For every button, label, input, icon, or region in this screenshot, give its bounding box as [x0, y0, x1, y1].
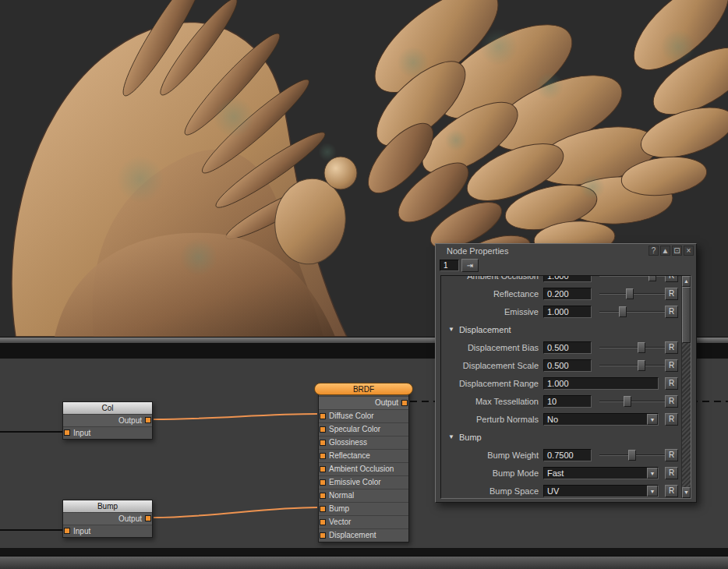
input-connector[interactable]	[320, 519, 326, 525]
output-connector[interactable]	[145, 515, 151, 521]
chevron-down-icon[interactable]: ▼	[647, 486, 658, 497]
close-icon[interactable]: ×	[684, 246, 694, 256]
section-header-bump[interactable]: ▼ Bump	[441, 428, 681, 446]
dropdown-value: Fast	[547, 468, 564, 478]
node-brdf-input-normal: Normal	[319, 489, 408, 502]
reset-button[interactable]: R	[665, 306, 678, 318]
prop-dropdown[interactable]: No ▼	[543, 413, 659, 426]
application-window: Col Output Input Bump Output Input BRDF …	[0, 0, 728, 569]
prop-value-field[interactable]: 0.500	[543, 341, 592, 354]
prop-slider[interactable]	[599, 275, 665, 281]
reset-button[interactable]: R	[665, 377, 678, 390]
prop-value-field[interactable]: 0.500	[543, 359, 592, 372]
reset-button[interactable]: R	[665, 449, 678, 461]
section-header-displacement[interactable]: ▼ Displacement	[441, 320, 681, 338]
input-connector[interactable]	[64, 429, 70, 436]
prop-slider[interactable]	[599, 342, 665, 353]
scrollbar-track[interactable]	[682, 343, 691, 487]
reset-button[interactable]: R	[665, 275, 678, 282]
input-label: Input	[73, 527, 90, 535]
shade-icon[interactable]: ▲	[660, 246, 670, 256]
edit-node-button[interactable]: ⇥	[461, 259, 479, 272]
node-brdf-title[interactable]: BRDF	[314, 383, 413, 395]
prop-row-bump-space: Bump Space UV ▼ R	[441, 482, 681, 499]
reset-button[interactable]: R	[665, 341, 678, 354]
prop-label: Max Tessellation	[444, 397, 543, 406]
prop-dropdown[interactable]: Fast ▼	[543, 467, 659, 479]
panel-title: Node Properties	[447, 246, 647, 256]
scrollbar-thumb[interactable]	[682, 287, 691, 343]
prop-label: Perturb Normals	[444, 415, 543, 424]
node-bump-title[interactable]: Bump	[63, 500, 152, 512]
prop-slider[interactable]	[599, 360, 665, 371]
slider-handle[interactable]	[626, 288, 634, 299]
panel-titlebar[interactable]: Node Properties ? ▲ ⊡ ×	[436, 244, 696, 256]
prop-row-displacement-scale: Displacement Scale 0.500 R	[441, 356, 681, 374]
input-connector[interactable]	[320, 532, 326, 539]
reset-button[interactable]: R	[665, 485, 678, 497]
prop-row-bump-mode: Bump Mode Fast ▼ R	[441, 464, 681, 482]
slider-handle[interactable]	[638, 342, 645, 353]
prop-value-field[interactable]: 0.7500	[543, 449, 592, 461]
reset-button[interactable]: R	[665, 395, 678, 408]
slider-handle[interactable]	[638, 360, 645, 371]
prop-value-field[interactable]: 1.000	[543, 306, 592, 318]
slider-groove	[599, 347, 665, 348]
output-connector[interactable]	[401, 400, 408, 406]
help-icon[interactable]: ?	[648, 246, 659, 256]
chevron-down-icon[interactable]: ▼	[647, 414, 658, 425]
input-label: Emissive Color	[329, 478, 381, 486]
node-col[interactable]: Col Output Input	[62, 401, 153, 440]
slider-handle[interactable]	[624, 396, 631, 407]
section-label: Bump	[459, 433, 482, 442]
scroll-down-icon[interactable]: ▼	[682, 487, 691, 498]
prop-value-field[interactable]: 1.000	[543, 377, 659, 390]
bottom-divider[interactable]	[0, 556, 728, 569]
prop-slider[interactable]	[599, 450, 665, 461]
slider-handle[interactable]	[648, 275, 656, 281]
input-connector[interactable]	[320, 413, 326, 419]
input-connector[interactable]	[320, 479, 326, 486]
prop-label: Ambient Occlusion	[444, 275, 543, 281]
node-bump[interactable]: Bump Output Input	[62, 500, 153, 538]
node-name-field[interactable]: 1	[440, 260, 459, 271]
node-brdf[interactable]: BRDF Output Diffuse Color Specular Color…	[318, 383, 409, 542]
input-label: Reflectance	[329, 451, 370, 460]
node-brdf-input-diffuse-color: Diffuse Color	[319, 409, 408, 422]
prop-slider[interactable]	[599, 396, 665, 407]
input-label: Diffuse Color	[329, 412, 374, 420]
slider-groove	[599, 311, 665, 313]
input-connector[interactable]	[320, 466, 326, 472]
prop-value-field[interactable]: 0.200	[543, 288, 592, 300]
slider-handle[interactable]	[619, 306, 627, 317]
prop-row-displacement-bias: Displacement Bias 0.500 R	[441, 338, 681, 356]
scrollbar[interactable]: ▲ ▼	[681, 276, 691, 498]
node-col-input-row: Input	[63, 426, 152, 439]
dropdown-value: UV	[547, 486, 559, 496]
input-connector[interactable]	[320, 493, 326, 499]
prop-label: Emissive	[444, 307, 543, 316]
input-connector[interactable]	[320, 453, 326, 459]
reset-button[interactable]: R	[665, 288, 678, 300]
chevron-down-icon[interactable]: ▼	[647, 468, 658, 479]
prop-value-field[interactable]: 10	[543, 395, 592, 408]
scroll-up-icon[interactable]: ▲	[682, 276, 691, 287]
input-label: Bump	[329, 504, 349, 513]
input-connector[interactable]	[320, 440, 326, 446]
slider-handle[interactable]	[628, 450, 636, 461]
input-connector[interactable]	[64, 528, 70, 534]
reset-button[interactable]: R	[665, 467, 678, 479]
node-brdf-input-vector: Vector	[319, 515, 408, 528]
reset-button[interactable]: R	[665, 413, 678, 426]
input-connector[interactable]	[320, 426, 326, 433]
prop-slider[interactable]	[599, 288, 665, 299]
input-connector[interactable]	[320, 506, 326, 512]
prop-row-emissive: Emissive 1.000 R	[441, 302, 681, 320]
reset-button[interactable]: R	[665, 359, 678, 372]
prop-value-field[interactable]: 1.000	[543, 275, 592, 282]
prop-slider[interactable]	[599, 306, 665, 317]
node-col-title[interactable]: Col	[63, 402, 152, 414]
expand-icon[interactable]: ⊡	[672, 246, 682, 256]
prop-dropdown[interactable]: UV ▼	[543, 485, 659, 497]
output-connector[interactable]	[145, 417, 151, 423]
